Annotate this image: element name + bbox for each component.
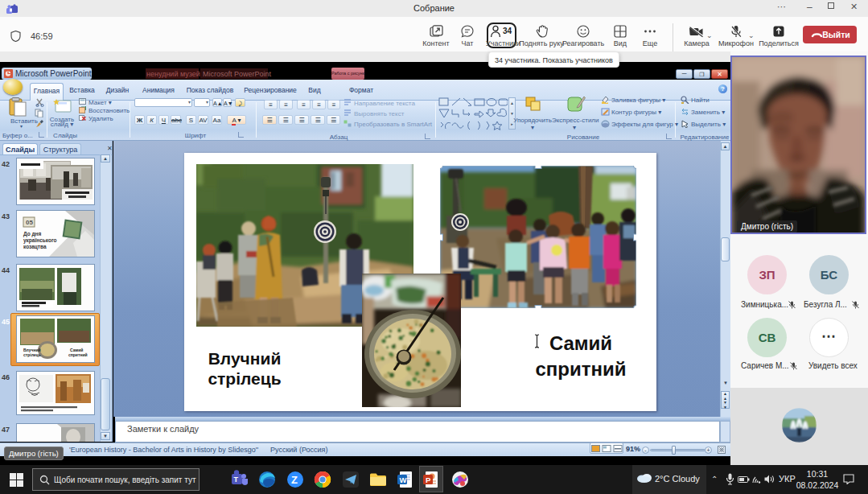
svg-text:До дня: До дня [23,231,42,237]
svg-text:T: T [234,475,239,484]
svg-text:спритний: спритний [68,352,88,357]
svg-text:стрілець: стрілець [23,352,41,357]
svg-text:05: 05 [26,219,33,226]
svg-text:українського: українського [23,237,57,244]
svg-text:козацтва: козацтва [23,244,47,250]
svg-text:34: 34 [503,27,512,35]
svg-text:Z: Z [291,474,298,486]
svg-text:P: P [426,475,431,484]
svg-text:W: W [400,475,407,484]
